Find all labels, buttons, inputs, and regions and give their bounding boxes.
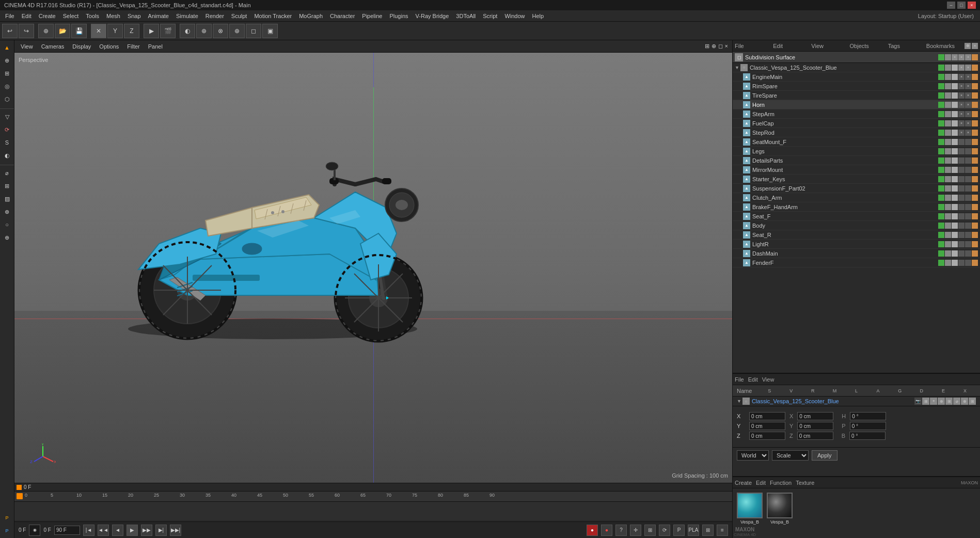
scale-btn[interactable]: Z [124,24,139,38]
om-icon1[interactable]: ⊕ [965,43,971,49]
attr-icon-7[interactable]: ⊕ [961,398,968,405]
play-forward-btn[interactable]: ▶ [127,525,138,536]
om-dot2[interactable] [945,54,951,60]
menu-script[interactable]: Script [480,12,500,20]
redo-btn[interactable]: ↪ [19,24,34,38]
om-dot6[interactable] [972,54,978,60]
attr-icon-4[interactable]: ⊕ [938,398,945,405]
om-objects[interactable]: Objects [850,43,884,49]
menu-simulate[interactable]: Simulate [173,12,201,20]
om-dot1[interactable] [938,54,944,60]
scale-dropdown[interactable]: Scale Position Rotation [772,450,809,461]
mat-edit[interactable]: Edit [756,480,766,486]
menu-help[interactable]: Help [529,12,547,20]
all-key-btn[interactable]: ⊞ [702,525,714,536]
object-row-steparm[interactable]: ▲ StepArm × × [733,109,980,119]
help-btn[interactable]: ? [615,525,627,536]
mat-create[interactable]: Create [735,480,752,486]
object-row-main-group[interactable]: ▼ ○ Classic_Vespa_125_Scooter_Blue × × [733,63,980,72]
r2[interactable] [945,83,951,89]
param-key-btn[interactable]: P [673,525,685,536]
object-row-mirror[interactable]: ▲ MirrorMount [733,165,980,175]
am-edit[interactable]: Edit [748,376,758,383]
open-btn[interactable]: 📂 [55,24,70,38]
apply-button[interactable]: Apply [812,450,837,461]
object-row-clutch[interactable]: ▲ Clutch_Arm [733,193,980,202]
step-forward-btn[interactable]: ▶▶ [141,525,152,536]
attr-icon-3[interactable]: ⌖ [930,398,937,405]
coord-y2-input[interactable] [797,422,833,430]
tag-dot[interactable]: × [958,65,965,71]
go-end-btn2[interactable]: ▶▶| [170,525,181,536]
mode-uv-btn[interactable]: ⬡ [1,93,13,105]
object-row-fuelcap[interactable]: ▲ FuelCap × × [733,119,980,128]
step-back-btn[interactable]: ◄◄ [98,525,109,536]
tag-dot2[interactable]: × [965,65,971,71]
close-btn[interactable]: × [968,2,976,9]
tool6-btn[interactable]: ▣ [262,24,278,38]
object-row-fenderf[interactable]: ▲ FenderF [733,258,980,267]
menu-sculpt[interactable]: Sculpt [228,12,250,20]
keyframe-btn[interactable]: ◉ [29,525,40,536]
undo-btn[interactable]: ↩ [2,24,18,38]
object-row-steprod[interactable]: ▲ StepRod × × [733,128,980,137]
attr-icon-5[interactable]: ⊞ [945,398,953,405]
minimize-btn[interactable]: – [947,2,955,9]
menu-animate[interactable]: Animate [145,12,172,20]
object-row-horn[interactable]: ▲ Horn × × [733,100,980,109]
new-object-btn[interactable]: ⊕ [38,24,54,38]
mode-model-btn[interactable]: ▲ [1,41,13,54]
menu-render[interactable]: Render [202,12,227,20]
menu-mograph[interactable]: MoGraph [296,12,326,20]
coord-x-input[interactable] [749,412,785,420]
object-row-body[interactable]: ▲ Body [733,221,980,230]
r1[interactable] [938,83,944,89]
timeline-track[interactable] [14,502,732,520]
menu-select[interactable]: Select [60,12,82,20]
coord-p-input[interactable] [850,422,886,430]
om-view[interactable]: View [811,43,845,49]
vp-menu-options[interactable]: Options [97,42,121,51]
v1[interactable] [938,74,944,80]
menu-plugins[interactable]: Plugins [386,12,411,20]
attr-icon-8[interactable]: ⊞ [969,398,976,405]
attr-icon-6[interactable]: ⌀ [953,398,960,405]
vp-icon-2[interactable]: ⊕ [712,43,716,50]
tool5-btn[interactable]: ◻ [246,24,261,38]
am-view[interactable]: View [762,376,774,383]
mode-points-btn[interactable]: ⊕ [1,54,13,67]
rotate-key-btn[interactable]: ⟳ [659,525,670,536]
menu-motion-tracker[interactable]: Motion Tracker [251,12,295,20]
render-dot[interactable] [945,65,951,71]
om-tags[interactable]: Tags [888,43,922,49]
om-dot5[interactable]: + [965,54,971,60]
material-item-dark[interactable]: Vespa_B [767,493,793,525]
scale-tool-btn[interactable]: S [1,136,13,149]
go-end-btn[interactable]: ▶| [155,525,167,536]
menu-edit[interactable]: Edit [19,12,35,20]
vp-menu-view[interactable]: View [19,42,35,51]
play-back-btn[interactable]: ◄ [112,525,123,536]
world-dropdown[interactable]: World Object Global [737,450,769,461]
vp-icon-3[interactable]: ◻ [718,43,723,50]
3d-viewport[interactable]: Perspective X Y Z Grid Spacing : 100 cm [14,53,732,483]
om-dot3[interactable]: × [952,54,958,60]
object-row-seatr[interactable]: ▲ Seat_R [733,230,980,240]
tool3-btn[interactable]: ⊗ [213,24,228,38]
object-row-starterkeys[interactable]: ▲ Starter_Keys [733,175,980,184]
menu-tools[interactable]: Tools [83,12,102,20]
save-btn[interactable]: 💾 [71,24,87,38]
om-bookmarks[interactable]: Bookmarks [926,43,960,49]
object-row-brakehand[interactable]: ▲ BrakeF_HandArm [733,202,980,212]
coord-z-input[interactable] [749,432,785,440]
rotate-tool-btn[interactable]: ◐ [1,149,13,162]
mode-edges-btn[interactable]: ⊞ [1,67,13,80]
attribute-selected-row[interactable]: ▼ ○ Classic_Vespa_125_Scooter_Blue 📷 ⊞ ⌖… [733,397,980,406]
mode-poly-btn[interactable]: ◎ [1,80,13,92]
current-frame-input[interactable]: 0 F [43,527,51,533]
weld-tool-btn[interactable]: ○ [1,218,13,231]
coord-h-input[interactable] [850,412,886,420]
object-row-suspension[interactable]: ▲ SuspensionF_Part02 [733,184,980,193]
object-row-rimspare[interactable]: ▲ RimSpare × × [733,82,980,91]
r6[interactable] [972,83,978,89]
